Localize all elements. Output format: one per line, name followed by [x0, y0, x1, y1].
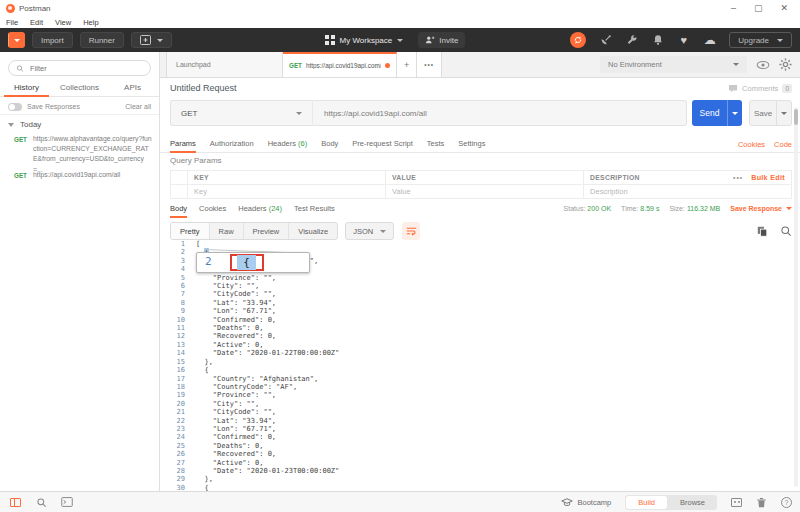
chevron-down-icon[interactable] [397, 39, 403, 42]
new-dropdown[interactable] [8, 32, 25, 48]
menu-help[interactable]: Help [83, 18, 98, 27]
environment-eye-icon[interactable] [756, 60, 770, 70]
key-input[interactable]: Key [187, 185, 385, 198]
heart-icon[interactable]: ♥ [677, 34, 690, 47]
code-link[interactable]: Code [774, 140, 792, 149]
view-visualize[interactable]: Visualize [288, 223, 337, 239]
tab-launchpad[interactable]: Launchpad [166, 52, 283, 77]
query-params-label: Query Params [170, 156, 222, 165]
save-response-button[interactable]: Save Response [730, 205, 792, 212]
history-item[interactable]: GET https://api.covid19api.com/all [14, 170, 153, 180]
tab-history[interactable]: History [0, 80, 53, 96]
new-tab-button[interactable]: + [397, 52, 417, 77]
status-meta: Status: 200 OK [564, 205, 612, 212]
tab-apis[interactable]: APIs [106, 80, 159, 96]
capture-satellite-icon[interactable] [599, 34, 612, 47]
new-button[interactable]: +New [8, 32, 25, 48]
browse-toggle[interactable]: Browse [668, 495, 717, 510]
maximize-button[interactable]: ▢ [754, 3, 763, 13]
trash-icon[interactable] [756, 497, 767, 508]
environment-selector[interactable]: No Environment [600, 56, 747, 73]
method-selector[interactable]: GET [170, 100, 312, 126]
cloud-icon[interactable]: ☁ [703, 34, 716, 47]
response-scrollbar[interactable] [794, 107, 798, 487]
send-button[interactable]: Send [692, 100, 742, 126]
code-line: 16 { [160, 366, 800, 374]
close-button[interactable]: ✕ [780, 3, 788, 13]
history-item[interactable]: GET https://www.alphavantage.co/query?fu… [14, 134, 153, 175]
save-button[interactable]: Save [749, 100, 792, 126]
tab-body[interactable]: Body [321, 136, 338, 152]
console-button[interactable] [60, 496, 74, 508]
request-title[interactable]: Untitled Request [170, 83, 237, 93]
url-field-wrap [312, 100, 687, 126]
upgrade-button[interactable]: Upgrade [729, 32, 792, 48]
search-response-icon[interactable] [780, 225, 792, 237]
runner-button[interactable]: Runner [80, 32, 124, 48]
build-browse-switch: Build Browse [625, 495, 717, 510]
sync-status-icon[interactable] [570, 32, 586, 48]
code-line: 5 "Province": "", [160, 274, 800, 282]
params-more-button[interactable]: ••• [733, 174, 743, 181]
status-value: 200 OK [587, 205, 611, 212]
two-pane-view-icon[interactable] [731, 498, 742, 507]
value-input[interactable]: Value [385, 185, 583, 198]
url-input[interactable] [322, 108, 677, 119]
new-window-button[interactable] [131, 32, 172, 48]
import-button[interactable]: Import [32, 32, 73, 48]
find-button[interactable] [34, 496, 48, 508]
col-description: DESCRIPTION ••• Bulk Edit [583, 171, 791, 184]
wrap-text-button[interactable] [402, 222, 420, 240]
settings-gear-icon[interactable] [779, 58, 792, 71]
col-key: KEY [187, 171, 385, 184]
menu-edit[interactable]: Edit [30, 18, 43, 27]
tab-active-request[interactable]: GET https://api.covid19api.com/all [283, 52, 397, 77]
send-options-dropdown[interactable] [727, 100, 742, 126]
click-target-highlight: { [230, 254, 264, 271]
tab-response-cookies[interactable]: Cookies [199, 201, 226, 217]
bulk-edit-link[interactable]: Bulk Edit [751, 173, 785, 182]
menu-view[interactable]: View [55, 18, 71, 27]
tab-settings[interactable]: Settings [458, 136, 485, 152]
description-input[interactable]: Description [583, 185, 791, 198]
minimize-button[interactable]: – [731, 3, 736, 13]
code-line: 15 }, [160, 358, 800, 366]
console-icon [61, 497, 73, 507]
menu-file[interactable]: File [6, 18, 18, 27]
view-pretty[interactable]: Pretty [171, 223, 209, 239]
bell-icon[interactable] [651, 34, 664, 47]
clear-all-link[interactable]: Clear all [125, 103, 151, 110]
view-preview[interactable]: Preview [243, 223, 289, 239]
tab-response-headers[interactable]: Headers (24) [238, 201, 282, 217]
copy-icon[interactable] [757, 226, 768, 237]
response-body-viewer[interactable]: 1[2 {3 "Country": "Afghanistan",4 "Count… [160, 240, 800, 491]
query-params-table: KEY VALUE DESCRIPTION ••• Bulk Edit Key … [170, 170, 792, 199]
code-line: 6 "City": "", [160, 282, 800, 290]
tab-response-body[interactable]: Body [170, 201, 187, 217]
tab-params[interactable]: Params [170, 136, 196, 152]
tab-options-button[interactable]: ••• [417, 52, 442, 77]
tab-collections[interactable]: Collections [53, 80, 106, 96]
wrench-icon[interactable] [625, 34, 638, 47]
tab-headers[interactable]: Headers (6) [268, 136, 308, 152]
view-raw[interactable]: Raw [209, 223, 243, 239]
save-options-dropdown[interactable] [776, 101, 791, 125]
toggle-sidebar-button[interactable] [8, 496, 22, 508]
bootcamp-button[interactable]: Bootcamp [561, 498, 612, 507]
tab-prerequest[interactable]: Pre-request Script [352, 136, 412, 152]
filter-input[interactable] [28, 63, 143, 74]
format-selector[interactable]: JSON [345, 222, 394, 240]
workspace-selector[interactable]: My Workspace [340, 36, 393, 45]
scrollbar-thumb[interactable] [794, 109, 798, 125]
cookies-link[interactable]: Cookies [738, 140, 765, 149]
tab-test-results[interactable]: Test Results [294, 201, 335, 217]
tab-tests[interactable]: Tests [427, 136, 445, 152]
filter-box[interactable] [8, 60, 151, 76]
save-responses-toggle[interactable] [8, 103, 22, 111]
today-section-header[interactable]: Today [8, 120, 41, 129]
build-toggle[interactable]: Build [626, 496, 667, 509]
comments-button[interactable]: Comments 0 [728, 84, 792, 93]
tab-authorization[interactable]: Authorization [210, 136, 254, 152]
help-icon[interactable]: ? [781, 497, 792, 508]
invite-button[interactable]: Invite [418, 32, 465, 48]
